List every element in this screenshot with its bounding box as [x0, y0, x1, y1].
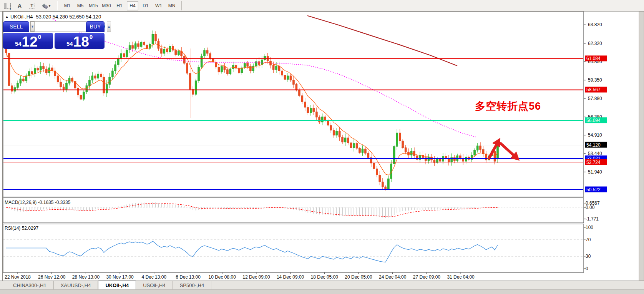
- sell-button[interactable]: SELL: [3, 21, 29, 32]
- candle-body: [8, 53, 10, 85]
- candle-body: [295, 84, 297, 90]
- candle-body: [319, 117, 320, 122]
- collapse-triangle-icon[interactable]: ▲: [5, 15, 8, 18]
- time-label: 12 Dec 09:00: [242, 274, 270, 280]
- chart-tab-sp500h4[interactable]: SP500-,H4: [173, 281, 212, 289]
- candle-body: [399, 133, 401, 141]
- chart-annotation-text: 多空转折点56: [475, 99, 541, 113]
- candle-body: [315, 112, 317, 117]
- candle-body: [301, 95, 303, 102]
- candle-body: [117, 58, 119, 65]
- timeframe-button-m15[interactable]: M15: [88, 1, 99, 10]
- text-a-icon[interactable]: A: [15, 2, 25, 10]
- candle-body: [152, 34, 154, 44]
- candle-body: [86, 86, 88, 92]
- candle-body: [476, 146, 478, 150]
- macd-label: MACD(12,26,9) -0.1635 -0.3335: [5, 200, 70, 205]
- time-label: 27 Dec 09:00: [413, 274, 441, 280]
- timeframe-button-h1[interactable]: H1: [114, 1, 125, 10]
- candle-body: [175, 50, 177, 55]
- candle-body: [249, 67, 251, 71]
- price-tick-label: 54.910: [588, 132, 602, 138]
- candle-body: [204, 50, 206, 56]
- time-label: 30 Nov 17:00: [106, 274, 134, 280]
- chart-tab-ukoilh4[interactable]: UKOil-,H4: [98, 281, 136, 289]
- timeframe-button-d1[interactable]: D1: [140, 1, 151, 10]
- grid-f-letter: F: [10, 7, 12, 11]
- price-badge-label: 56.094: [586, 118, 601, 123]
- chart-tab-xauusdh4[interactable]: XAUUSD-,H4: [54, 281, 98, 289]
- timeframe-button-m5[interactable]: M5: [75, 1, 86, 10]
- right-scroll-strip[interactable]: [639, 11, 644, 289]
- candle-body: [385, 187, 387, 189]
- price-badge-label: 54.120: [586, 142, 601, 148]
- candle-body: [229, 69, 231, 74]
- candle-body: [221, 67, 222, 72]
- price-tick-label: 57.880: [588, 96, 602, 101]
- candle-body: [494, 151, 496, 161]
- macd-axis-label: 0.00: [586, 205, 595, 210]
- price-tick-label: 63.820: [588, 22, 602, 27]
- candle-body: [201, 56, 202, 67]
- candle-body: [88, 80, 90, 85]
- chart-tab-china300h1[interactable]: CHINA300-,H1: [6, 281, 54, 289]
- rsi-panel-border: [3, 224, 584, 272]
- timeframe-button-h4[interactable]: H4: [127, 1, 138, 10]
- timeframe-button-m30[interactable]: M30: [101, 1, 112, 10]
- price-badge-label: 58.567: [586, 87, 601, 92]
- candle-body: [77, 88, 79, 95]
- candle-body: [209, 53, 211, 58]
- chart-tab-usoilh4[interactable]: USOil-,H4: [136, 281, 173, 289]
- chart-ohlc-values: 53.020 54.280 52.650 54.120: [36, 14, 101, 20]
- timeframe-button-m1[interactable]: M1: [61, 1, 73, 10]
- buy-price-panel[interactable]: 54 18 0: [55, 33, 105, 49]
- shapes-icon[interactable]: ▾: [39, 2, 54, 10]
- price-badge-label: 50.522: [586, 187, 601, 192]
- grid-f-icon[interactable]: F: [2, 2, 12, 10]
- time-label: 28 Nov 13:00: [72, 274, 100, 280]
- time-label: 26 Nov 12:00: [38, 274, 66, 280]
- candle-body: [393, 147, 395, 164]
- candle-body: [140, 42, 142, 47]
- candle-body: [11, 86, 13, 91]
- candle-body: [83, 92, 85, 99]
- candle-body: [195, 81, 197, 94]
- candle-body: [206, 50, 208, 53]
- candle-body: [264, 56, 266, 60]
- candle-body: [132, 45, 134, 48]
- candle-body: [143, 42, 145, 45]
- candle-body: [109, 77, 111, 84]
- time-label: 14 Dec 09:00: [277, 274, 304, 280]
- candle-body: [178, 51, 179, 55]
- candle-body: [402, 141, 404, 148]
- buy-button[interactable]: BUY: [86, 21, 105, 32]
- candle-body: [126, 50, 128, 57]
- candle-body: [367, 153, 369, 157]
- macd-signal-value: -0.3335: [55, 200, 71, 205]
- candle-body: [284, 75, 286, 79]
- candle-body: [80, 95, 82, 99]
- timeframe-button-mn[interactable]: MN: [166, 1, 178, 10]
- candle-body: [115, 65, 116, 71]
- candle-body: [232, 65, 234, 69]
- candle-body: [63, 87, 65, 89]
- candle-body: [310, 108, 312, 113]
- candle-body: [163, 49, 165, 53]
- time-label: 31 Dec 04:00: [447, 274, 475, 280]
- candle-body: [382, 182, 383, 187]
- candle-body: [307, 107, 309, 113]
- buy-price-pips: 18: [73, 36, 89, 48]
- candle-body: [22, 79, 24, 81]
- timeframe-button-w1[interactable]: W1: [153, 1, 164, 10]
- candle-body: [97, 74, 99, 78]
- candle-body: [333, 130, 335, 135]
- label-t-icon[interactable]: T: [27, 2, 37, 10]
- candle-body: [224, 67, 226, 70]
- candle-body: [244, 63, 246, 68]
- macd-axis-label: -1.771: [586, 216, 599, 222]
- sell-price-panel[interactable]: 54 12 0: [3, 33, 53, 49]
- volume-increase-button[interactable]: ▲: [107, 22, 111, 32]
- candle-body: [186, 63, 188, 74]
- candle-body: [68, 78, 70, 83]
- volume-decrease-button[interactable]: ▼: [30, 22, 35, 32]
